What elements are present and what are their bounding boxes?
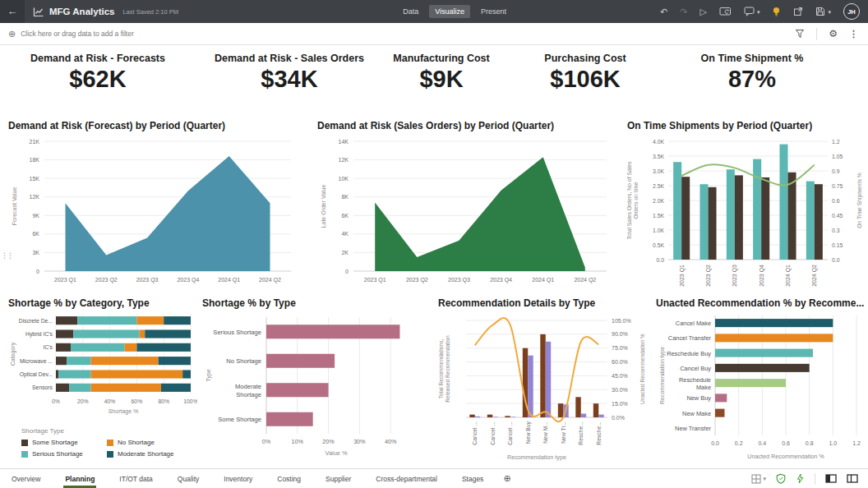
bottom-tab-stages[interactable]: Stages (460, 470, 485, 488)
svg-text:3K: 3K (32, 250, 39, 256)
back-button[interactable]: ← (0, 0, 25, 23)
svg-text:2023 Q1: 2023 Q1 (679, 265, 686, 287)
filter-bar-actions: ⚙ ⋮ (795, 28, 858, 40)
kpi-purchasing-cost[interactable]: Purchasing Cost$106K (495, 53, 676, 94)
hbar-chart-svg[interactable]: 0%10%20%30%40%Serious ShortageNo Shortag… (202, 311, 414, 460)
legend-swatch (107, 451, 113, 458)
legend-item: No Shortage (107, 439, 205, 446)
svg-text:75.0%: 75.0% (612, 345, 628, 351)
panel-filled-icon (825, 474, 837, 483)
svg-text:1.0K: 1.0K (653, 228, 664, 233)
bottom-tab-overview[interactable]: Overview (10, 470, 42, 488)
svg-text:3.5K: 3.5K (653, 154, 664, 159)
save-caret-icon: ▾ (828, 9, 831, 15)
svg-text:0.0: 0.0 (832, 257, 840, 263)
panel-left-toggle-button[interactable] (825, 474, 837, 483)
add-filter-prompt[interactable]: Click here or drag data to add a filter (21, 30, 134, 38)
shortage-by-category-chart-card: Shortage % by Category, Type 0%20%40%60%… (8, 297, 201, 458)
svg-text:15K: 15K (30, 176, 40, 182)
svg-text:Cancel ...: Cancel ... (507, 421, 513, 445)
svg-text:2024 Q2: 2024 Q2 (574, 277, 596, 283)
refresh-schedule-button[interactable] (719, 7, 732, 16)
open-in-new-button[interactable] (793, 7, 803, 16)
tab-visualize[interactable]: Visualize (429, 5, 470, 18)
settings-gear-button[interactable]: ⚙ (829, 29, 838, 39)
hbar-multi-chart-svg[interactable]: 0.00.20.40.60.81.01.2Cancel MakeCancel T… (656, 311, 865, 463)
svg-text:2024 Q2: 2024 Q2 (259, 277, 281, 283)
svg-text:3.0K: 3.0K (653, 168, 664, 174)
redo-button[interactable]: ↷ (680, 7, 687, 16)
combo-chart-svg[interactable]: 0.0%15.0%30.0%45.0%60.0%75.0%90.0%105.0%… (438, 311, 649, 463)
svg-text:Discrete De...: Discrete De... (19, 318, 53, 324)
chart-title: Recommendation Details by Type (438, 297, 650, 309)
divider (815, 473, 815, 485)
svg-text:0%: 0% (262, 438, 271, 445)
bottom-tab-inventory[interactable]: Inventory (222, 470, 254, 488)
svg-text:0.5K: 0.5K (653, 242, 664, 248)
svg-text:1.2: 1.2 (852, 440, 861, 446)
svg-text:0.6: 0.6 (832, 198, 840, 204)
undo-button[interactable]: ↶ (660, 7, 667, 16)
bar-line-chart-svg[interactable]: 0.00.5K1.0K1.5K2.0K2.5K3.0K3.5K4.0K0.00.… (627, 133, 866, 297)
svg-text:Cancel Transfer: Cancel Transfer (668, 334, 712, 342)
add-page-button[interactable]: ⊕ (503, 473, 510, 484)
save-button[interactable]: ▾ (815, 7, 831, 16)
lightbulb-button[interactable] (772, 7, 781, 17)
comment-button[interactable]: ▾ (744, 7, 760, 16)
bottom-tab-supplier[interactable]: Supplier (324, 470, 353, 488)
unacted-recommendation-chart-card: Unacted Recommendation % by Recomme... 0… (656, 297, 868, 467)
last-saved-label: Last Saved 2:10 PM (122, 8, 178, 16)
svg-text:Value %: Value % (326, 449, 348, 457)
bottom-tab-it-ot-data[interactable]: IT/OT data (118, 470, 154, 488)
svg-text:Forecast Value: Forecast Value (12, 187, 17, 226)
svg-text:21K: 21K (30, 139, 40, 145)
bottom-tab-planning[interactable]: Planning (63, 470, 96, 488)
svg-text:2023 Q1: 2023 Q1 (54, 277, 76, 283)
bottom-tab-quality[interactable]: Quality (176, 470, 201, 488)
svg-text:Serious Shortage: Serious Shortage (213, 329, 261, 336)
svg-text:8K: 8K (341, 194, 349, 200)
kpi-on-time-shipment[interactable]: On Time Shipment %87% (662, 53, 843, 94)
add-filter-icon[interactable]: ⊕ (8, 29, 16, 39)
panel-split-toggle-button[interactable] (847, 474, 858, 483)
svg-text:90.0%: 90.0% (612, 331, 628, 337)
svg-text:New Buy: New Buy (525, 421, 532, 444)
svg-text:2K: 2K (341, 250, 349, 256)
area-chart-svg[interactable]: 02K4K6K8K10K12K14K2023 Q12023 Q22023 Q32… (317, 133, 618, 289)
svg-text:0.75: 0.75 (832, 183, 843, 189)
svg-text:2023 Q1: 2023 Q1 (364, 277, 386, 283)
svg-text:0.15: 0.15 (832, 242, 843, 248)
kpi-demand-risk-forecasts[interactable]: Demand at Risk - Forecasts$62K (7, 53, 188, 94)
open-in-new-icon (793, 7, 803, 16)
avatar[interactable]: JH (843, 3, 860, 20)
funnel-icon (795, 29, 805, 39)
kebab-menu-button[interactable]: ⋮ (849, 29, 858, 39)
svg-text:14K: 14K (339, 139, 349, 145)
chart-title: Demand at Risk (Forecast) by Period (Qua… (8, 120, 307, 131)
tab-present[interactable]: Present (475, 5, 512, 18)
legend-label: Moderate Shortage (118, 450, 174, 458)
svg-text:6K: 6K (32, 231, 39, 237)
svg-text:Recommendation type: Recommendation type (507, 453, 566, 461)
spark-actions-button[interactable] (796, 473, 805, 484)
filter-bar: ⊕ Click here or drag data to add a filte… (0, 23, 868, 45)
stacked-hbar-chart-svg[interactable]: 0%20%40%60%80%100%Discrete De...Hybrid I… (8, 311, 197, 419)
play-button[interactable]: ▷ (700, 7, 707, 16)
svg-text:Late Order Value: Late Order Value (321, 185, 326, 228)
bottom-tab-cross-departmental[interactable]: Cross-departmental (374, 470, 439, 488)
svg-text:4K: 4K (341, 231, 349, 237)
kpi-value: 87% (662, 64, 843, 94)
tab-data[interactable]: Data (397, 5, 424, 18)
shield-icon (776, 473, 786, 484)
svg-text:Cancel Buy: Cancel Buy (680, 365, 711, 372)
line-chart-logo-icon (33, 7, 44, 17)
recommendation-details-chart-card: Recommendation Details by Type 0.0%15.0%… (438, 297, 650, 467)
data-governance-button[interactable] (776, 473, 786, 484)
area-chart-svg[interactable]: 03K6K9K12K15K18K21K2023 Q12023 Q22023 Q3… (8, 133, 302, 289)
bottom-tab-costing[interactable]: Costing (275, 470, 302, 488)
svg-text:4.0K: 4.0K (653, 139, 664, 145)
layout-grid-button[interactable]: ▾ (751, 474, 766, 484)
svg-text:Cancel ...: Cancel ... (472, 421, 478, 445)
funnel-filter-button[interactable] (795, 29, 805, 39)
svg-text:2023 Q2: 2023 Q2 (705, 265, 712, 287)
